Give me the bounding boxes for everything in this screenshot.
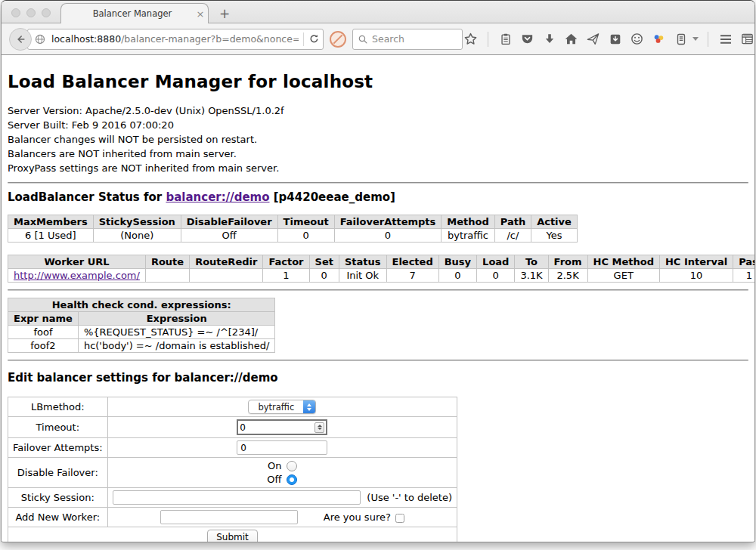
form-row-disable-failover: Disable Failover: On Off — [8, 458, 457, 488]
cell-active: Yes — [531, 229, 578, 243]
confirm-checkbox[interactable] — [395, 514, 404, 523]
downloads-icon[interactable] — [541, 31, 557, 47]
cell-passes: 1 (0) — [733, 269, 754, 283]
send-tab-icon[interactable] — [585, 31, 601, 47]
navigation-toolbar: localhost:8880/balancer-manager?b=demo&n… — [2, 23, 754, 55]
page-content: Load Balancer Manager for localhost Serv… — [2, 55, 754, 542]
health-check-table: Health check cond. expressions: Expr nam… — [8, 298, 275, 353]
number-stepper-icon[interactable] — [314, 422, 324, 433]
table-row: foof %{REQUEST_STATUS} =~ /^[234]/ — [8, 326, 275, 339]
cell-to: 3.1K — [515, 269, 548, 283]
cell-hc-interval: 10 — [659, 269, 733, 283]
back-button[interactable] — [9, 28, 32, 51]
search-icon — [358, 34, 368, 45]
chevron-down-icon[interactable] — [692, 37, 699, 41]
table-row: 6 [1 Used] (None) Off 0 0 bytraffic /c/ … — [8, 229, 578, 243]
cell-status: Init Ok — [339, 269, 386, 283]
form-row-timeout: Timeout: — [8, 417, 457, 438]
col-hc-method: HC Method — [587, 255, 659, 269]
col-elected: Elected — [386, 255, 438, 269]
col-passes: Passes — [733, 255, 754, 269]
col-busy: Busy — [438, 255, 476, 269]
col-to: To — [515, 255, 548, 269]
col-maxmembers: MaxMembers — [8, 215, 94, 229]
form-row-failover-attempts: Failover Attempts: — [8, 438, 457, 458]
lbmethod-selected-value: bytraffic — [249, 402, 303, 412]
select-stepper-icon — [303, 400, 315, 414]
page-title: Load Balancer Manager for localhost — [8, 72, 748, 91]
zoom-window-button[interactable] — [42, 8, 51, 17]
form-row-submit: Submit — [8, 527, 457, 543]
sticky-session-label: Sticky Session: — [8, 488, 108, 508]
feedback-smiley-icon[interactable] — [629, 31, 645, 47]
health-table-title: Health check cond. expressions: — [8, 298, 275, 312]
disable-failover-off-radio[interactable] — [287, 474, 297, 485]
pocket-icon[interactable] — [519, 31, 535, 47]
site-identity-globe-icon[interactable] — [34, 33, 46, 45]
cell-path: /c/ — [494, 229, 531, 243]
worker-url-link[interactable]: http://www.example.com/ — [14, 270, 140, 281]
status-heading-suffix: [p4420eeae_demo] — [270, 190, 395, 204]
save-page-icon[interactable] — [607, 31, 623, 47]
reading-list-icon[interactable] — [497, 31, 513, 47]
bookmark-star-icon[interactable] — [463, 31, 479, 47]
url-path: /balancer-manager?b=demo&nonce=decc37be-… — [121, 33, 299, 45]
cell-set: 0 — [309, 269, 339, 283]
timeout-input[interactable] — [240, 422, 314, 433]
search-bar[interactable] — [352, 29, 463, 50]
cell-maxmembers: 6 [1 Used] — [8, 229, 94, 243]
tab-bar: Balancer Manager × + — [2, 1, 754, 23]
col-hc-interval: HC Interval — [659, 255, 733, 269]
balancer-link[interactable]: balancer://demo — [166, 190, 269, 204]
status-heading: LoadBalancer Status for balancer://demo … — [8, 190, 748, 204]
lbmethod-select[interactable]: bytraffic — [248, 400, 316, 414]
failover-attempts-label: Failover Attempts: — [8, 438, 108, 458]
new-tab-button[interactable]: + — [219, 8, 230, 20]
section-divider — [8, 289, 748, 291]
col-stickysession: StickySession — [93, 215, 181, 229]
menu-icon[interactable] — [717, 31, 733, 47]
server-version: Server Version: Apache/2.5.0-dev (Unix) … — [8, 104, 748, 118]
cell-method: bytraffic — [442, 229, 494, 243]
minimize-window-button[interactable] — [26, 8, 36, 17]
col-route: Route — [145, 255, 189, 269]
reader-grid-icon[interactable] — [739, 31, 755, 47]
cell-hc-method: GET — [587, 269, 659, 283]
toolbar-separator — [488, 32, 488, 47]
url-input[interactable]: localhost:8880/balancer-manager?b=demo&n… — [51, 33, 299, 45]
notice-persist: Balancer changes will NOT be persisted o… — [8, 132, 748, 147]
browser-tab[interactable]: Balancer Manager × — [60, 3, 209, 23]
toolbar-separator — [708, 32, 708, 47]
submit-button[interactable]: Submit — [207, 530, 258, 542]
disable-failover-label: Disable Failover: — [8, 458, 108, 488]
disable-failover-on-radio[interactable] — [287, 461, 297, 471]
window-controls[interactable] — [11, 8, 51, 17]
cell-factor: 1 — [263, 269, 309, 283]
sticky-session-note: (Use '-' to delete) — [367, 492, 452, 503]
home-icon[interactable] — [563, 31, 579, 47]
col-from: From — [548, 255, 587, 269]
tab-close-icon[interactable]: × — [193, 8, 208, 20]
colors-extension-icon[interactable] — [651, 31, 667, 47]
search-input[interactable] — [372, 33, 448, 45]
reload-icon[interactable] — [308, 33, 320, 45]
failover-attempts-input[interactable] — [237, 440, 327, 455]
cell-busy: 0 — [438, 269, 476, 283]
add-worker-input[interactable] — [160, 510, 298, 524]
close-window-button[interactable] — [11, 8, 20, 17]
cell-route — [145, 269, 189, 283]
tab-title: Balancer Manager — [61, 8, 193, 19]
cell-routeredir — [190, 269, 263, 283]
col-load: Load — [477, 255, 515, 269]
containers-icon[interactable] — [673, 31, 689, 47]
blocker-extension-icon[interactable] — [330, 31, 346, 48]
cell-elected: 7 — [386, 269, 438, 283]
url-bar[interactable]: localhost:8880/balancer-manager?b=demo&n… — [27, 29, 324, 50]
sticky-session-input[interactable] — [113, 490, 361, 505]
form-row-lbmethod: LBmethod: bytraffic — [8, 397, 457, 417]
cell-stickysession: (None) — [93, 229, 181, 243]
col-timeout: Timeout — [277, 215, 334, 229]
notice-proxypass: ProxyPass settings are NOT inherited fro… — [8, 161, 748, 175]
table-row: http://www.example.com/ 1 0 Init Ok 7 0 … — [8, 269, 755, 283]
col-expression: Expression — [78, 312, 275, 326]
